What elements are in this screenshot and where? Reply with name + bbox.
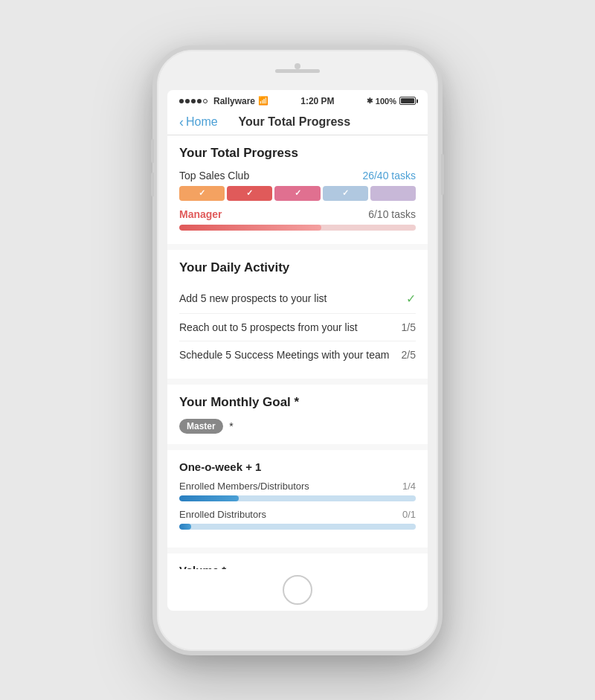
back-button[interactable]: ‹ Home (179, 115, 218, 129)
activity-item-1: Add 5 new prospects to your list ✓ (179, 284, 416, 314)
activity-check-1: ✓ (406, 292, 416, 306)
bluetooth-icon: ✱ (367, 97, 373, 105)
status-bar: Rallyware 📶 1:20 PM ✱ 100% (167, 90, 428, 109)
activity-status-3: 2/5 (402, 349, 416, 361)
master-badge: Master (179, 419, 223, 434)
monthly-goal-section: Your Monthly Goal * Master * (167, 385, 428, 444)
manager-progress-bar (179, 225, 416, 231)
phone-shell: Rallyware 📶 1:20 PM ✱ 100% ‹ Home (152, 45, 443, 655)
signal-dot-5 (203, 99, 208, 103)
signal-dot-2 (185, 99, 190, 103)
signal-dot-3 (191, 99, 196, 103)
signal-dot-1 (179, 99, 184, 103)
metric-header-1: Enrolled Members/Distributors 1/4 (179, 481, 416, 492)
metric-value-1: 1/4 (402, 481, 416, 492)
manager-row: Manager 6/10 tasks (179, 208, 416, 220)
metric-label-2: Enrolled Distributors (179, 509, 266, 520)
blue-bar-2 (179, 524, 416, 530)
phone-screen: Rallyware 📶 1:20 PM ✱ 100% ‹ Home (167, 90, 428, 611)
one-o-week-title: One-o-week + 1 (179, 460, 416, 473)
seg-4: ✓ (323, 186, 368, 201)
monthly-goal-title: Your Monthly Goal * (179, 395, 416, 410)
top-sales-label: Top Sales Club (179, 170, 249, 182)
blue-fill-2 (179, 524, 191, 530)
metric-row-2: Enrolled Distributors 0/1 (179, 509, 416, 530)
blue-bar-1 (179, 495, 416, 501)
signal-strength (179, 99, 208, 103)
seg-1: ✓ (179, 186, 225, 201)
home-button[interactable] (283, 575, 312, 605)
activity-text-3: Schedule 5 Success Meetings with your te… (179, 349, 402, 361)
check-4: ✓ (342, 188, 349, 198)
volume-section: Volume * Sales Volume, QV 1,325/2,500 (167, 553, 428, 569)
total-progress-section: Your Total Progress Top Sales Club 26/40… (167, 135, 428, 244)
check-2: ✓ (246, 188, 253, 198)
activity-item-2: Reach out to 5 prospects from your list … (179, 314, 416, 341)
asterisk: * (229, 420, 233, 431)
activity-text-2: Reach out to 5 prospects from your list (179, 321, 402, 333)
top-sales-count: 26/40 tasks (362, 170, 416, 182)
seg-5 (370, 186, 416, 201)
carrier-label: Rallyware (213, 96, 255, 106)
signal-dot-4 (197, 99, 202, 103)
check-3: ✓ (295, 188, 301, 198)
activity-text-1: Add 5 new prospects to your list (179, 292, 406, 304)
one-o-week-section: One-o-week + 1 Enrolled Members/Distribu… (167, 450, 428, 548)
power-button (441, 154, 444, 195)
manager-label: Manager (179, 208, 222, 220)
battery-icon (399, 97, 416, 105)
home-indicator-area (167, 569, 428, 611)
seg-3: ✓ (274, 186, 320, 201)
blue-fill-1 (179, 495, 239, 501)
seg-2: ✓ (227, 186, 272, 201)
manager-count: 6/10 tasks (368, 208, 416, 220)
status-left: Rallyware 📶 (179, 96, 268, 106)
nav-title: Your Total Progress (218, 115, 371, 129)
activity-item-3: Schedule 5 Success Meetings with your te… (179, 341, 416, 368)
metric-header-2: Enrolled Distributors 0/1 (179, 509, 416, 520)
speaker-bar (275, 69, 320, 73)
volume-up-button (151, 139, 154, 163)
battery-fill (401, 98, 414, 103)
status-right: ✱ 100% (367, 97, 416, 106)
activity-status-2: 1/5 (402, 321, 416, 333)
navigation-bar: ‹ Home Your Total Progress (167, 109, 428, 135)
volume-down-button (151, 173, 154, 196)
wifi-icon: 📶 (258, 96, 268, 106)
monthly-goal-badge-row: Master * (179, 419, 416, 434)
chevron-left-icon: ‹ (179, 115, 184, 129)
metric-label-1: Enrolled Members/Distributors (179, 481, 309, 492)
battery-percent: 100% (376, 97, 396, 106)
manager-progress-fill (179, 225, 321, 231)
check-1: ✓ (199, 188, 205, 198)
status-time: 1:20 PM (300, 96, 334, 106)
back-label: Home (186, 115, 218, 129)
top-sales-row: Top Sales Club 26/40 tasks (179, 170, 416, 182)
metric-value-2: 0/1 (402, 509, 416, 520)
segmented-progress-bar: ✓ ✓ ✓ ✓ (179, 186, 416, 201)
volume-title: Volume * (179, 564, 416, 569)
metric-row-1: Enrolled Members/Distributors 1/4 (179, 481, 416, 501)
screen-content[interactable]: Your Total Progress Top Sales Club 26/40… (167, 135, 428, 569)
daily-activity-section: Your Daily Activity Add 5 new prospects … (167, 250, 428, 379)
phone-mockup: Rallyware 📶 1:20 PM ✱ 100% ‹ Home (152, 45, 443, 655)
daily-activity-title: Your Daily Activity (179, 260, 416, 275)
total-progress-title: Your Total Progress (179, 146, 416, 161)
